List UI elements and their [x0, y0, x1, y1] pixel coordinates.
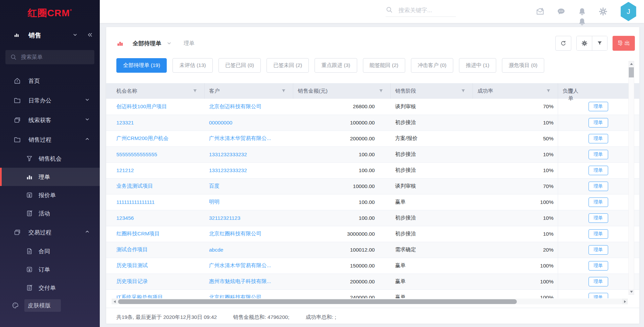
global-search-input[interactable] — [398, 7, 456, 14]
scroll-left-arrow[interactable] — [112, 299, 117, 304]
opportunity-link[interactable]: 业务流测试项目 — [116, 183, 153, 189]
sidebar-item-quotation[interactable]: 报价单 — [0, 186, 100, 204]
scroll-up-arrow[interactable] — [629, 61, 634, 67]
topbar-icons: J — [536, 2, 644, 21]
avatar[interactable]: J — [620, 2, 637, 21]
sidebar-item-contract[interactable]: 合同 — [0, 242, 100, 260]
sidebar-search[interactable] — [5, 50, 94, 64]
column-filter-icon[interactable] — [461, 89, 466, 94]
column-filter-icon[interactable] — [378, 89, 384, 94]
sidebar-item-sales-opportunity[interactable]: 销售机会 — [0, 149, 100, 168]
sidebar-item-sales-process[interactable]: 销售过程 — [0, 130, 100, 149]
sidebar-item-delivery[interactable]: 交付单 — [0, 279, 100, 297]
opportunity-link[interactable]: 123456 — [116, 215, 134, 221]
topbar: J — [100, 0, 644, 23]
toolbar-group — [576, 36, 607, 51]
customer-link[interactable]: 1331232333232 — [209, 167, 247, 173]
scroll-right-arrow[interactable] — [622, 299, 628, 304]
customer-link[interactable]: 广州水清木华贸易有限公... — [209, 262, 271, 268]
lidan-action-button[interactable]: 理单 — [589, 134, 608, 143]
customer-link[interactable]: 广州水清木华贸易有限公... — [209, 135, 271, 141]
horizontal-scroll-track[interactable] — [117, 299, 622, 304]
sidebar: 红圈CRM° 销售 首页日常办公线索获客销售过程销售机会理单报价单活动交易过程合… — [0, 0, 100, 327]
subtab-lidan[interactable]: 理单 — [184, 40, 194, 47]
customer-link[interactable]: abcde — [209, 247, 223, 253]
vertical-scroll-thumb[interactable] — [629, 67, 634, 77]
customer-link[interactable]: 百度 — [209, 183, 220, 189]
tab-2[interactable]: 未评估 (13) — [172, 58, 212, 73]
global-search[interactable] — [386, 6, 456, 17]
tab-3[interactable]: 已签已回 (0) — [218, 58, 261, 73]
collapse-sidebar-icon[interactable] — [87, 32, 93, 40]
lidan-action-button[interactable]: 理单 — [589, 293, 608, 299]
tab-7[interactable]: 冲击客户 (0) — [411, 58, 453, 73]
customer-link[interactable]: 北京创迈科技有限公司 — [209, 103, 261, 109]
customer-link[interactable]: 32112321123 — [209, 215, 240, 221]
lidan-action-button[interactable]: 理单 — [589, 245, 608, 255]
lidan-action-button[interactable]: 理单 — [589, 182, 608, 191]
lidan-action-button[interactable]: 理单 — [589, 102, 608, 111]
column-filter-icon[interactable] — [281, 89, 286, 94]
opportunity-link[interactable]: 历史项目测试 — [116, 262, 148, 268]
opportunity-link[interactable]: 广州CRM200用户机会 — [116, 135, 168, 141]
lidan-action-button[interactable]: 理单 — [589, 197, 608, 207]
sidebar-item-activity[interactable]: 活动 — [0, 204, 100, 223]
sidebar-item-home[interactable]: 首页 — [0, 71, 100, 91]
lidan-action-button[interactable]: 理单 — [589, 277, 608, 286]
lidan-action-button[interactable]: 理单 — [589, 213, 608, 223]
customer-link[interactable]: 北京红圈科技有限公司 — [209, 231, 261, 236]
chevron-down-icon[interactable] — [72, 32, 78, 40]
scroll-down-arrow[interactable] — [629, 289, 634, 295]
lidan-action-button[interactable]: 理单 — [589, 150, 608, 159]
sidebar-item-lidan[interactable]: 理单 — [0, 168, 100, 186]
refresh-button[interactable] — [555, 36, 571, 51]
sidebar-item-order[interactable]: 订单 — [0, 260, 100, 279]
tab-8[interactable]: 推进中 (1) — [459, 58, 496, 73]
sidebar-workspace-switcher[interactable]: 销售 — [0, 26, 100, 45]
tab-5[interactable]: 重点跟进 (3) — [315, 58, 357, 73]
sidebar-item-skin-template[interactable]: 皮肤模版 — [0, 298, 100, 313]
sidebar-item-lead-acquisition[interactable]: 线索获客 — [0, 110, 100, 130]
sidebar-item-daily-office[interactable]: 日常办公 — [0, 91, 100, 110]
customer-link[interactable]: 00000000 — [209, 120, 232, 125]
opportunity-link[interactable]: IT系统采购总包项目 — [116, 294, 163, 298]
gear-icon[interactable] — [599, 7, 607, 16]
rate-cell: 10% — [473, 226, 558, 242]
column-filter-icon[interactable] — [192, 89, 198, 94]
chat-icon[interactable] — [557, 7, 566, 16]
opportunity-link[interactable]: 111111111111111 — [116, 199, 155, 205]
customer-link[interactable]: 明明 — [209, 199, 220, 205]
doccheck-icon — [26, 284, 33, 291]
customer-link[interactable]: 惠州市魅炫电子科技有限... — [209, 278, 271, 284]
lidan-action-button[interactable]: 理单 — [589, 229, 608, 239]
opportunity-link[interactable]: 123321 — [116, 120, 134, 125]
tab-9[interactable]: 濒危项目 (0) — [502, 58, 544, 73]
horizontal-scroll-thumb[interactable] — [118, 299, 517, 304]
opportunity-link[interactable]: 创迈科技100用户项目 — [116, 103, 167, 109]
sidebar-search-input[interactable] — [21, 54, 82, 60]
export-button[interactable]: 导出 — [613, 36, 635, 51]
tab-1[interactable]: 全部待理单 (19) — [116, 58, 167, 73]
filter-button[interactable] — [592, 36, 607, 50]
sidebar-item-trade-process[interactable]: 交易过程 — [0, 223, 100, 242]
amount-total: 销售金额总和: 4796200; — [233, 314, 289, 321]
settings-button[interactable] — [577, 36, 592, 50]
mail-icon[interactable] — [536, 7, 545, 16]
opportunity-link[interactable]: 55555555555555 — [116, 151, 157, 157]
column-filter-icon[interactable] — [546, 89, 551, 94]
opportunity-link[interactable]: 红圈科技CRM项目 — [116, 231, 160, 236]
lidan-action-button[interactable]: 理单 — [589, 118, 608, 127]
horizontal-scrollbar[interactable] — [112, 299, 628, 304]
customer-link[interactable]: 北京红圈科技有限公司 — [209, 294, 261, 298]
tab-4[interactable]: 已签未回 (2) — [267, 58, 309, 73]
lidan-action-button[interactable]: 理单 — [589, 166, 608, 175]
lidan-action-button[interactable]: 理单 — [589, 261, 608, 271]
tab-6[interactable]: 能签能回 (2) — [363, 58, 405, 73]
bell-icon[interactable] — [578, 7, 586, 16]
vertical-scrollbar[interactable] — [628, 61, 634, 295]
opportunity-link[interactable]: 历史项目记录 — [116, 278, 148, 284]
chevron-down-icon[interactable] — [166, 40, 172, 46]
opportunity-link[interactable]: 121212 — [116, 167, 134, 173]
opportunity-link[interactable]: 测试合作项目 — [116, 247, 148, 252]
customer-link[interactable]: 1331232333232 — [209, 151, 247, 157]
